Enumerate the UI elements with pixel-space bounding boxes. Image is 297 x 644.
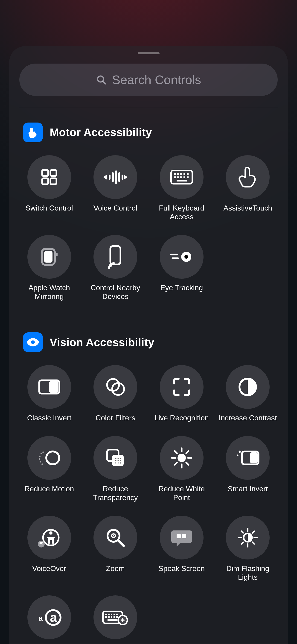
svg-rect-94	[105, 614, 107, 615]
svg-rect-17	[184, 173, 185, 175]
svg-rect-2	[42, 170, 48, 176]
hover-text-icon: a a	[36, 607, 62, 628]
contrast-circle-icon	[237, 376, 258, 397]
control-label: AssistiveTouch	[223, 204, 272, 212]
screen-mask	[0, 0, 297, 28]
motor-badge	[23, 122, 43, 142]
svg-line-83	[241, 531, 243, 533]
svg-line-85	[252, 531, 254, 533]
svg-rect-101	[111, 616, 112, 618]
control-color-filters[interactable]: Color Filters	[82, 365, 149, 422]
rectangle-half-icon	[38, 379, 61, 395]
svg-rect-16	[180, 173, 182, 175]
control-full-keyboard-access[interactable]: Full Keyboard Access	[148, 155, 215, 221]
control-label: Reduce White Point	[152, 484, 212, 502]
control-label: VoiceOver	[32, 564, 66, 573]
control-zoom[interactable]: Zoom	[82, 516, 149, 582]
svg-point-56	[118, 462, 119, 464]
control-hover-typing[interactable]: Hover Typing	[82, 596, 149, 644]
svg-point-34	[31, 340, 35, 344]
control-label: Live Recognition	[154, 414, 209, 422]
svg-rect-15	[177, 173, 179, 175]
control-live-recognition[interactable]: Live Recognition	[148, 365, 215, 422]
svg-rect-20	[177, 176, 179, 178]
watch-icon	[38, 244, 60, 270]
svg-rect-103	[116, 616, 118, 618]
svg-rect-27	[56, 253, 58, 256]
control-voiceover[interactable]: VoiceOver	[16, 516, 82, 582]
svg-rect-77	[182, 534, 186, 538]
control-eye-tracking[interactable]: Eye Tracking	[148, 235, 215, 301]
svg-line-66	[175, 462, 177, 465]
svg-point-89	[244, 539, 245, 540]
control-switch-control[interactable]: Switch Control	[16, 155, 82, 221]
svg-point-44	[40, 461, 41, 462]
svg-rect-21	[180, 176, 182, 178]
section-title-vision: Vision Accessibility	[50, 336, 154, 349]
svg-line-1	[103, 81, 106, 84]
svg-point-29	[108, 267, 110, 268]
control-smart-invert[interactable]: Smart Invert	[215, 436, 281, 502]
svg-point-58	[178, 454, 186, 462]
control-classic-invert[interactable]: Classic Invert	[16, 365, 82, 422]
svg-point-51	[120, 458, 121, 459]
svg-rect-24	[176, 180, 187, 182]
svg-point-46	[42, 452, 44, 453]
device-cast-icon	[106, 244, 124, 270]
svg-rect-7	[109, 174, 110, 180]
sheet-grabber[interactable]	[138, 52, 160, 54]
control-hover-text[interactable]: a a Hover Text	[16, 596, 82, 644]
control-increase-contrast[interactable]: Increase Contrast	[215, 365, 281, 422]
voice-wave-icon	[103, 169, 128, 185]
svg-point-74	[113, 535, 114, 536]
control-assistivetouch[interactable]: AssistiveTouch	[215, 155, 281, 221]
svg-rect-4	[42, 178, 48, 184]
control-label: Full Keyboard Access	[152, 204, 212, 221]
svg-point-40	[46, 452, 59, 464]
control-apple-watch-mirroring[interactable]: Apple Watch Mirroring	[16, 235, 82, 301]
svg-point-43	[39, 458, 40, 460]
svg-rect-10	[118, 172, 120, 182]
control-label: Apple Watch Mirroring	[19, 283, 79, 301]
svg-rect-99	[105, 616, 107, 618]
search-placeholder: Search Controls	[112, 72, 201, 87]
svg-point-42	[39, 456, 40, 457]
svg-rect-5	[50, 178, 56, 184]
svg-rect-36	[49, 381, 58, 393]
svg-rect-14	[174, 173, 176, 175]
device-background: Search Controls Motor Accessibility	[0, 0, 297, 644]
control-speak-screen[interactable]: Speak Screen	[148, 516, 215, 582]
search-icon	[96, 74, 107, 85]
svg-rect-96	[111, 614, 112, 615]
control-reduce-transparency[interactable]: Reduce Transparency	[82, 436, 149, 502]
control-voice-control[interactable]: Voice Control	[82, 155, 149, 221]
control-dim-flashing-lights[interactable]: Dim Flashing Lights	[215, 516, 281, 582]
svg-point-45	[42, 464, 43, 465]
svg-point-87	[243, 537, 244, 538]
divider	[19, 317, 278, 318]
control-label: Increase Contrast	[219, 414, 277, 422]
svg-rect-18	[187, 173, 188, 175]
control-label: Classic Invert	[27, 414, 71, 422]
control-reduce-motion[interactable]: Reduce Motion	[16, 436, 82, 502]
search-input[interactable]: Search Controls	[19, 64, 278, 96]
overlapping-circles-icon	[104, 376, 127, 397]
sun-icon	[170, 446, 193, 470]
svg-point-49	[115, 458, 116, 459]
control-reduce-white-point[interactable]: Reduce White Point	[148, 436, 215, 502]
controls-sheet: Search Controls Motor Accessibility	[9, 46, 288, 644]
keyboard-icon	[170, 170, 193, 185]
svg-point-50	[118, 458, 119, 459]
section-header-vision: Vision Accessibility	[23, 332, 274, 352]
svg-rect-100	[108, 616, 110, 618]
stacked-squares-icon	[104, 446, 127, 470]
svg-rect-23	[187, 176, 188, 178]
control-label: Voice Control	[94, 204, 137, 212]
control-label: Reduce Motion	[24, 484, 74, 493]
speech-bubble-icon	[170, 527, 193, 548]
svg-rect-19	[174, 176, 176, 178]
control-nearby-devices[interactable]: Control Nearby Devices	[82, 235, 149, 301]
control-label: Color Filters	[96, 414, 135, 422]
control-label: Eye Tracking	[160, 283, 203, 292]
svg-line-63	[175, 451, 177, 453]
